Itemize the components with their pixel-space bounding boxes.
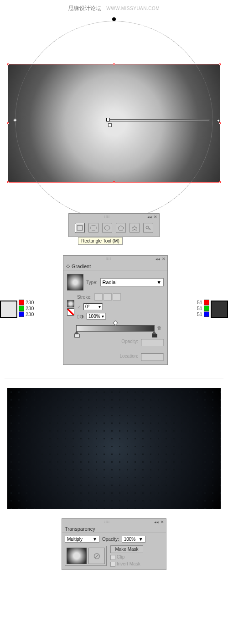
collapse-icon[interactable]: ◂◂ xyxy=(155,257,160,261)
divider xyxy=(5,379,223,379)
connector-line xyxy=(0,314,57,314)
object-thumbnail[interactable] xyxy=(67,548,87,564)
collapse-icon[interactable]: ◂◂ xyxy=(147,215,152,219)
gradient-annotator-bar[interactable] xyxy=(109,119,210,121)
grip-icon[interactable]: ፧፧፧፧ xyxy=(106,257,111,261)
artboard-preview xyxy=(7,19,221,206)
transparency-panel: ፧፧፧፧ ◂◂ ✕ Transparency Multiply▼ Opacity… xyxy=(62,518,166,570)
panel-header: ፧፧፧፧ ◂◂ ✕ xyxy=(63,256,167,262)
svg-rect-0 xyxy=(77,226,83,230)
clip-checkbox[interactable] xyxy=(110,555,115,560)
opacity-label: Opacity: xyxy=(102,537,119,542)
stroke-label: Stroke: xyxy=(77,295,92,300)
collapse-icon[interactable]: ◂◂ xyxy=(154,520,159,524)
watermark-cn: 思缘设计论坛 xyxy=(68,5,101,11)
type-label: Type: xyxy=(86,280,97,285)
gradient-slider[interactable] xyxy=(76,325,155,332)
svg-rect-1 xyxy=(91,226,96,230)
left-color-swatch xyxy=(0,301,17,318)
red-chip xyxy=(19,300,24,305)
red-chip xyxy=(204,300,209,305)
svg-marker-4 xyxy=(132,226,137,231)
handle-e[interactable] xyxy=(219,122,221,124)
handle-ne[interactable] xyxy=(219,63,221,65)
svg-point-5 xyxy=(146,226,149,229)
gradient-origin-marker[interactable] xyxy=(108,123,112,127)
watermark: 思缘设计论坛 WWW.MISSYUAN.COM xyxy=(0,0,228,19)
close-icon[interactable]: ✕ xyxy=(162,257,166,261)
blue-chip xyxy=(204,311,209,317)
gradient-type-dropdown[interactable]: Radial▼ xyxy=(100,278,164,286)
grip-icon[interactable]: ፧፧፧፧ xyxy=(104,520,110,524)
gradient-stop-dark[interactable] xyxy=(152,331,156,337)
stroke-swatch[interactable] xyxy=(67,308,74,316)
trash-icon[interactable]: 🗑 xyxy=(157,325,162,331)
location-label: Location: xyxy=(119,354,138,361)
svg-point-6 xyxy=(149,229,150,230)
blend-mode-dropdown[interactable]: Multiply▼ xyxy=(65,536,99,543)
green-chip xyxy=(204,306,209,311)
rectangle-tool-button[interactable] xyxy=(75,223,85,233)
gradient-stop-light[interactable] xyxy=(74,331,79,337)
panel-header: ፧፧፧፧ ◂◂ ✕ xyxy=(62,519,166,525)
right-color-swatch xyxy=(211,301,228,318)
handle-sw[interactable] xyxy=(7,181,9,183)
grip-icon[interactable]: ፧፧፧፧ xyxy=(104,215,110,219)
green-chip xyxy=(19,306,24,311)
handle-se[interactable] xyxy=(219,181,221,183)
aspect-icon: ▯◑ xyxy=(77,314,84,319)
make-mask-button[interactable]: Make Mask xyxy=(110,545,143,553)
fill-swatch[interactable] xyxy=(67,300,74,307)
tool-tooltip: Rectangle Tool (M) xyxy=(78,237,123,245)
dot-pattern xyxy=(7,388,221,509)
svg-marker-3 xyxy=(118,226,124,230)
transparency-panel-title[interactable]: Transparency xyxy=(62,525,166,533)
close-icon[interactable]: ✕ xyxy=(154,215,157,219)
gradient-preview-swatch[interactable] xyxy=(67,274,83,290)
close-icon[interactable]: ✕ xyxy=(161,520,164,524)
gradient-origin-handle[interactable] xyxy=(106,118,110,121)
gradient-panel: ፧፧፧፧ ◂◂ ✕ ◇Gradient Type: Radial▼ Stroke… xyxy=(63,255,168,365)
blue-chip xyxy=(19,311,24,317)
flare-tool-button[interactable] xyxy=(143,223,153,233)
ellipse-tool-button[interactable] xyxy=(102,223,112,233)
svg-point-2 xyxy=(104,226,110,230)
handle-nw[interactable] xyxy=(7,63,9,65)
left-rgb-values: 230 230 230 xyxy=(19,300,34,317)
gradient-top-anchor[interactable] xyxy=(112,17,116,21)
handle-w[interactable] xyxy=(7,122,9,124)
aspect-input[interactable]: 100%▾ xyxy=(87,313,106,320)
polygon-tool-button[interactable] xyxy=(116,223,126,233)
rounded-rect-tool-button[interactable] xyxy=(88,223,98,233)
panel-header: ፧፧፧፧ ◂◂ ✕ xyxy=(69,214,159,220)
angle-icon: ⊿ xyxy=(77,304,81,309)
stroke-alignment-buttons[interactable] xyxy=(94,293,121,301)
right-rgb-values: 51 51 51 xyxy=(197,300,209,317)
angle-input[interactable]: 0°▾ xyxy=(83,303,103,310)
opacity-label: Opacity: xyxy=(121,339,138,346)
mask-thumbnail[interactable]: ⊘ xyxy=(88,548,105,564)
star-tool-button[interactable] xyxy=(130,223,140,233)
result-preview xyxy=(7,388,221,509)
invert-mask-checkbox[interactable] xyxy=(110,562,115,567)
opacity-input[interactable] xyxy=(141,339,164,346)
location-input[interactable] xyxy=(141,354,164,361)
connector-line xyxy=(171,314,228,314)
watermark-en: WWW.MISSYUAN.COM xyxy=(106,6,160,11)
opacity-input[interactable]: 100%▼ xyxy=(122,536,145,543)
shape-tool-panel: ፧፧፧፧ ◂◂ ✕ Rectangle Tool (M) xyxy=(68,213,160,237)
gradient-panel-title[interactable]: ◇Gradient xyxy=(63,262,167,270)
